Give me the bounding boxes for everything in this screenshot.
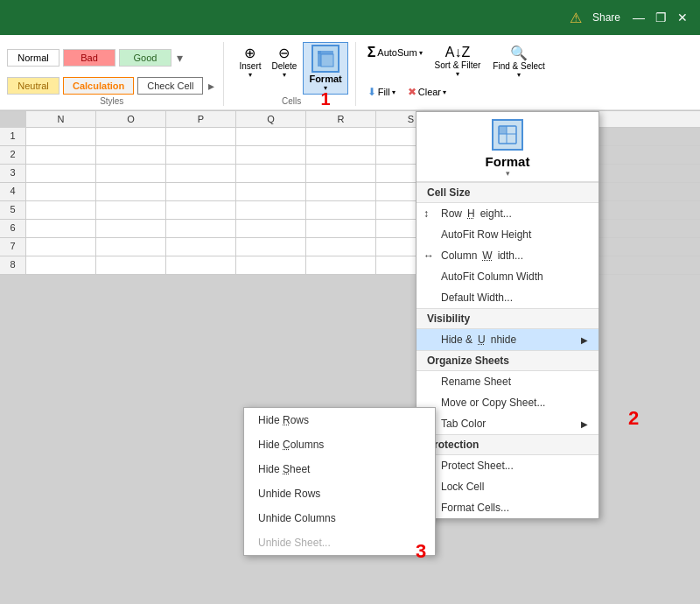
hide-columns-item[interactable]: Hide Columns [244,432,435,457]
grid-cell[interactable] [306,220,376,237]
move-copy-sheet-item[interactable]: Move or Copy Sheet... [416,392,598,413]
grid-cell[interactable] [96,201,166,219]
hide-unhide-item[interactable]: Hide & Unhide ▶ [416,329,598,350]
col-header-P[interactable]: P [166,111,236,127]
grid-cell[interactable] [96,220,166,237]
grid-cell[interactable] [166,220,236,237]
grid-cell[interactable] [306,238,376,256]
insert-icon: ⊕ [244,45,256,61]
protect-sheet-item[interactable]: 🛡 Protect Sheet... [416,455,598,476]
fill-button[interactable]: ⬇ Fill ▾ [363,83,400,101]
autofit-column-width-item[interactable]: AutoFit Column Width [416,266,598,287]
grid-cell[interactable] [26,128,96,145]
tab-color-item[interactable]: Tab Color ▶ [416,413,598,434]
grid-cell[interactable] [26,165,96,182]
grid-cell[interactable] [306,146,376,164]
grid-cell[interactable] [96,165,166,182]
grid-cell[interactable] [166,256,236,274]
grid-cell[interactable] [26,146,96,164]
row-header[interactable]: 5 [0,201,26,219]
row-header[interactable]: 6 [0,220,26,237]
grid-cell[interactable] [306,128,376,145]
grid-cell[interactable] [96,128,166,145]
grid-cell[interactable] [166,128,236,145]
share-button[interactable]: Share [585,8,627,27]
grid-cell[interactable] [96,256,166,274]
grid-cell[interactable] [26,256,96,274]
fill-label: Fill [378,87,390,97]
col-header-Q[interactable]: Q [236,111,306,127]
grid-cell[interactable] [306,165,376,182]
grid-cell[interactable] [306,201,376,219]
autosum-label: AutoSum [377,47,416,58]
col-header-R[interactable]: R [306,111,376,127]
row-header[interactable]: 1 [0,128,26,145]
hide-sheet-item[interactable]: Hide Sheet [244,457,435,481]
scroll-right-arrow[interactable]: ▸ [206,79,216,93]
col-header-N[interactable]: N [26,111,96,127]
grid-cell[interactable] [26,183,96,200]
row-header[interactable]: 2 [0,146,26,164]
grid-cell[interactable] [166,183,236,200]
sort-icon: A↓Z [445,45,470,60]
close-icon[interactable]: ✕ [672,7,693,28]
row-header[interactable]: 3 [0,165,26,182]
row-height-icon: ↕ [424,207,429,220]
row-header[interactable]: 7 [0,238,26,256]
grid-cell[interactable] [26,220,96,237]
organize-sheets-header: Organize Sheets [416,350,598,371]
grid-cell[interactable] [236,201,306,219]
autosum-button[interactable]: Σ AutoSum ▾ [363,42,427,63]
style-normal[interactable]: Normal [7,49,60,67]
find-icon: 🔍 [510,45,528,61]
grid-cell[interactable] [166,201,236,219]
grid-cell[interactable] [166,238,236,256]
grid-cell[interactable] [96,146,166,164]
insert-button[interactable]: ⊕ Insert ▾ [234,42,265,81]
grid-cell[interactable] [166,146,236,164]
restore-icon[interactable]: ❐ [650,7,672,28]
format-button[interactable]: Format ▾ 1 [303,42,347,95]
scroll-down-arrow[interactable]: ▾ [175,51,185,65]
grid-cell[interactable] [236,128,306,145]
grid-cell[interactable] [236,220,306,237]
clear-button[interactable]: ✖ Clear ▾ [403,83,451,101]
row-header[interactable]: 4 [0,183,26,200]
sort-filter-button[interactable]: A↓Z Sort & Filter ▾ [430,42,486,81]
grid-cell[interactable] [306,256,376,274]
grid-cell[interactable] [236,256,306,274]
lock-cell-item[interactable]: 🔒 Lock Cell [416,476,598,497]
style-calculation[interactable]: Calculation [63,77,134,95]
grid-cell[interactable] [96,238,166,256]
style-bad[interactable]: Bad [63,49,116,67]
find-select-button[interactable]: 🔍 Find & Select ▾ [488,42,549,81]
hide-rows-item[interactable]: Hide Rows [244,408,435,432]
grid-cell[interactable] [306,183,376,200]
minimize-icon[interactable]: — [627,7,650,28]
unhide-rows-item[interactable]: Unhide Rows [244,481,435,506]
default-width-item[interactable]: Default Width... [416,287,598,308]
sort-filter-caret: ▾ [456,70,459,78]
grid-cell[interactable] [236,238,306,256]
row-height-item[interactable]: ↕ Row Height... [416,203,598,224]
grid-cell[interactable] [236,146,306,164]
rename-sheet-item[interactable]: Rename Sheet [416,371,598,392]
grid-cell[interactable] [26,238,96,256]
find-select-label: Find & Select [493,61,544,71]
grid-cell[interactable] [26,201,96,219]
style-neutral[interactable]: Neutral [7,77,60,95]
unhide-columns-item[interactable]: Unhide Columns [244,506,435,530]
grid-cell[interactable] [96,183,166,200]
delete-button[interactable]: ⊖ Delete ▾ [268,42,302,81]
format-cells-item[interactable]: ⊞ Format Cells... [416,497,598,518]
column-width-item[interactable]: ↔ Column Width... [416,245,598,266]
style-check-cell[interactable]: Check Cell [137,77,203,95]
grid-cell[interactable] [236,183,306,200]
title-bar: ⚠ Share — ❐ ✕ [0,0,700,35]
style-good[interactable]: Good [119,49,172,67]
row-header[interactable]: 8 [0,256,26,274]
col-header-O[interactable]: O [96,111,166,127]
grid-cell[interactable] [236,165,306,182]
grid-cell[interactable] [166,165,236,182]
autofit-row-height-item[interactable]: AutoFit Row Height [416,224,598,245]
